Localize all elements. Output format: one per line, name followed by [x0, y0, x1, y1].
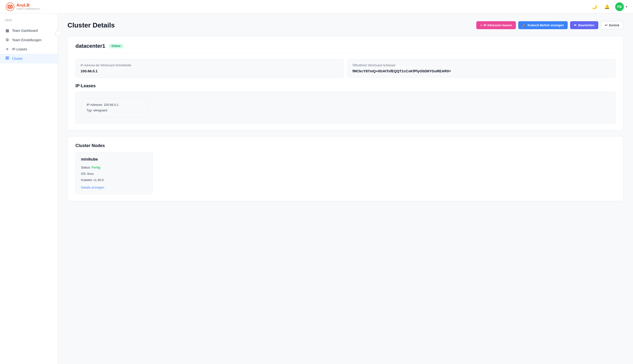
node-kubelet: Kubelet: v1.30.0	[81, 177, 147, 183]
cluster-nodes-title: Cluster Nodes	[76, 143, 616, 148]
wireguard-key-label: Öffentlicher WireGuard-Schlüssel	[352, 64, 610, 67]
header: AnyLB casted LoadBalancers 🌙 🔔 FB ▾	[0, 0, 633, 14]
sidebar-item-label-team-einstellungen: Team Einstellungen	[12, 38, 42, 42]
page-header: Cluster Details + IP Adressen leasen 🚀 K…	[68, 21, 623, 29]
avatar: FB	[615, 2, 624, 11]
node-os-label: OS:	[81, 172, 86, 176]
logo-sub: casted LoadBalancers	[16, 8, 40, 10]
lease-ips-button[interactable]: + IP Adressen leasen	[476, 21, 516, 29]
pencil-icon: ✏	[574, 24, 576, 27]
plus-icon: +	[480, 24, 482, 27]
sidebar-item-cluster[interactable]: Cluster	[0, 54, 58, 64]
cluster-icon	[5, 56, 10, 61]
team-id: 2342	[0, 18, 58, 26]
edit-button[interactable]: ✏ Bearbeiten	[570, 21, 598, 29]
node-status-label: Status:	[81, 166, 91, 169]
list-icon: ≡	[5, 47, 10, 51]
back-icon: ↩	[605, 24, 608, 27]
node-os: OS: linux	[81, 171, 147, 177]
cluster-nodes-card: Cluster Nodes minikube Status: Fertig OS…	[68, 136, 623, 201]
logo-text: AnyLB casted LoadBalancers	[16, 3, 40, 10]
nodes-container: minikube Status: Fertig OS: linux Kubele…	[76, 152, 616, 194]
sidebar-item-label-team-dashboard: Team Dashboard	[12, 29, 38, 32]
dark-mode-button[interactable]: 🌙	[590, 2, 599, 11]
node-kubelet-value: v1.30.0	[93, 178, 104, 182]
page-actions: + IP Adressen leasen 🚀 Kubectl-Befehl an…	[476, 21, 623, 29]
sidebar-item-team-einstellungen[interactable]: ⚙ Team Einstellungen	[0, 35, 58, 44]
node-name: minikube	[81, 157, 147, 162]
main-content: Cluster Details + IP Adressen leasen 🚀 K…	[58, 14, 633, 364]
wireguard-ip-card: IP-Adresse der WireGuard-Schnittstelle 1…	[76, 59, 344, 78]
back-label: Zurück	[609, 24, 619, 27]
lease-ip: IP-Adresse: 100.66.0.1	[86, 102, 144, 108]
wireguard-ip-value: 100.66.0.1	[80, 69, 338, 73]
wireguard-ip-label: IP-Adresse der WireGuard-Schnittstelle	[80, 64, 338, 67]
svg-rect-4	[6, 57, 9, 57]
cluster-card-header: datacenter1 Online	[76, 43, 616, 54]
node-status-value: Fertig	[92, 166, 100, 169]
logo: AnyLB casted LoadBalancers	[6, 2, 40, 11]
node-os-value: linux	[87, 172, 94, 176]
node-status: Status: Fertig	[81, 164, 147, 171]
sidebar-item-ip-leases[interactable]: ≡ IP-Leases	[0, 44, 58, 54]
svg-rect-5	[6, 58, 9, 58]
sidebar-item-label-cluster: Cluster	[12, 57, 23, 60]
notifications-button[interactable]: 🔔	[603, 2, 611, 11]
back-button[interactable]: ↩ Zurück	[601, 21, 623, 29]
settings-icon: ⚙	[5, 38, 10, 42]
logo-any: AnyLB	[16, 3, 30, 8]
chevron-down-icon: ▾	[626, 5, 627, 8]
rocket-icon: 🚀	[522, 24, 526, 27]
lease-type: Typ: wireguard	[86, 108, 144, 113]
layout: 〈 〉 2342 ▦ Team Dashboard ⚙ Team Einstel…	[0, 14, 633, 364]
kubectl-button[interactable]: 🚀 Kubectl-Befehl anzeigen	[518, 21, 568, 29]
datacenter-card: datacenter1 Online IP-Adresse der WireGu…	[68, 36, 623, 130]
lease-card: IP-Adresse: 100.66.0.1 Typ: wireguard	[82, 98, 149, 118]
node-details-link[interactable]: Details anzeigen	[81, 186, 147, 189]
svg-point-3	[10, 6, 11, 8]
page-title: Cluster Details	[68, 22, 115, 29]
svg-rect-6	[6, 59, 9, 60]
cluster-name: datacenter1	[76, 43, 105, 49]
sidebar-toggle-button[interactable]: 〈 〉	[55, 30, 61, 36]
wireguard-key-card: Öffentlicher WireGuard-Schlüssel fMCkcY8…	[347, 59, 616, 78]
node-kubelet-label: Kubelet:	[81, 178, 92, 182]
logo-icon	[6, 2, 14, 11]
status-badge: Online	[109, 44, 124, 48]
sidebar: 2342 ▦ Team Dashboard ⚙ Team Einstellung…	[0, 14, 58, 364]
ip-leases-section-title: IP-Leases	[76, 84, 616, 88]
dashboard-icon: ▦	[5, 28, 10, 33]
header-actions: 🌙 🔔 FB ▾	[590, 2, 627, 11]
user-menu[interactable]: FB ▾	[615, 2, 627, 11]
sidebar-item-label-ip-leases: IP-Leases	[12, 47, 27, 51]
sidebar-item-team-dashboard[interactable]: ▦ Team Dashboard	[0, 26, 58, 35]
edit-label: Bearbeiten	[578, 24, 594, 27]
kubectl-label: Kubectl-Befehl anzeigen	[528, 24, 564, 27]
lease-ips-label: IP Adressen leasen	[484, 24, 512, 27]
info-cards: IP-Adresse der WireGuard-Schnittstelle 1…	[76, 59, 616, 78]
ip-leases-container: IP-Adresse: 100.66.0.1 Typ: wireguard	[76, 92, 616, 124]
node-card-minikube: minikube Status: Fertig OS: linux Kubele…	[76, 152, 152, 194]
wireguard-key-value: fMCkcY87mQ+0GAITsfEQQT1cCsKfPlyGbD6YGuRE…	[352, 69, 610, 73]
